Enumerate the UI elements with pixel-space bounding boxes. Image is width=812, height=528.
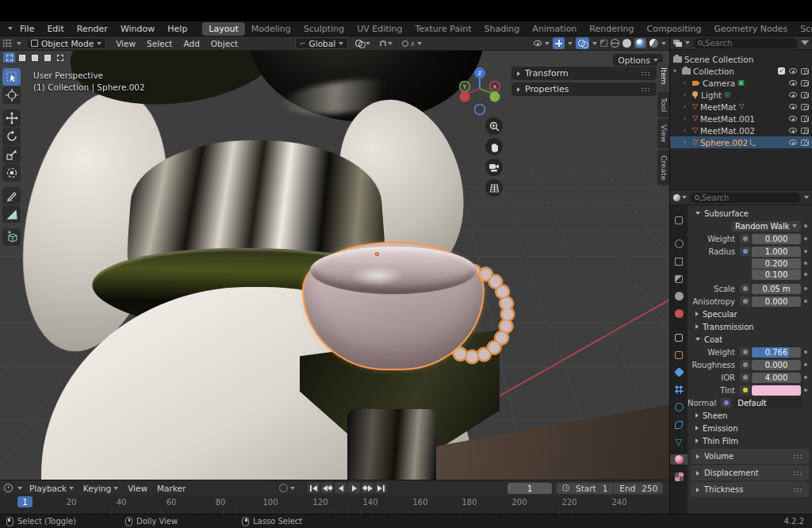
visibility-filter-icon[interactable] — [534, 40, 542, 46]
outliner-filter-icon[interactable] — [801, 40, 809, 45]
tab-object-data-icon[interactable]: ▽ — [674, 437, 684, 447]
tool-select-box[interactable] — [2, 68, 21, 86]
tool-add-cube[interactable] — [2, 228, 21, 246]
subsurface-radius-y-animate-dot[interactable] — [804, 262, 807, 265]
app-menu-caret-icon[interactable] — [8, 27, 13, 30]
tab-shading[interactable]: Shading — [478, 22, 527, 36]
menu-edit[interactable]: Edit — [41, 22, 69, 36]
tab-constraints-icon[interactable] — [674, 419, 684, 430]
transmission-section-header[interactable]: Transmission — [688, 320, 812, 333]
timeline-editor-caret-icon[interactable] — [17, 487, 22, 490]
displacement-panel-header[interactable]: Displacement — [691, 465, 809, 480]
anisotropy-field[interactable]: 0.000 — [752, 297, 801, 307]
collection-render-icon[interactable] — [801, 68, 809, 75]
editor-type-icon[interactable] — [3, 40, 12, 47]
camera-expand-icon[interactable]: › — [684, 79, 690, 86]
prev-keyframe-button[interactable] — [321, 483, 333, 493]
tab-collection-icon[interactable] — [674, 332, 684, 342]
menu-select[interactable]: Select — [142, 38, 177, 49]
coat-ior-decorator[interactable] — [740, 373, 750, 382]
sidebar-tab-tool[interactable]: Tool — [657, 92, 669, 117]
subsurface-radius-decorator[interactable] — [740, 247, 750, 256]
gizmo-x-neg[interactable] — [460, 92, 470, 102]
tab-tool-icon[interactable] — [674, 215, 684, 225]
properties-search-input[interactable] — [702, 193, 796, 202]
tab-modifiers-icon[interactable] — [674, 367, 684, 377]
displacement-grip-icon[interactable] — [793, 471, 803, 476]
end-frame-field[interactable]: End250 — [613, 483, 663, 494]
select-mode-intersect[interactable] — [54, 52, 66, 63]
outliner-row-sphere002[interactable]: › ▽ Sphere.002 — [670, 136, 812, 148]
playback-menu[interactable]: Playback — [27, 484, 76, 493]
sphere002-render-icon[interactable] — [801, 140, 809, 146]
coat-roughness-decorator[interactable] — [740, 360, 750, 369]
timeline-editor-icon[interactable] — [4, 484, 13, 492]
camera-view-button[interactable] — [485, 159, 503, 176]
auto-keying-icon[interactable] — [279, 484, 288, 492]
tab-render-icon[interactable] — [674, 239, 684, 249]
outliner-display-icon[interactable] — [673, 40, 682, 47]
gizmos-caret-icon[interactable] — [568, 42, 573, 45]
sheen-section-header[interactable]: Sheen — [688, 409, 812, 422]
tool-cursor[interactable] — [2, 86, 21, 104]
subsurface-weight-animate-dot[interactable] — [804, 237, 807, 240]
menu-object[interactable]: Object — [206, 38, 243, 49]
subsurface-radius-z-field[interactable]: 0.100 — [752, 270, 801, 280]
tab-scene-icon[interactable] — [674, 291, 684, 301]
editor-type-caret-icon[interactable] — [17, 42, 21, 45]
tab-world-icon[interactable] — [674, 308, 684, 319]
outliner-row-camera[interactable]: › Camera ▣ — [670, 77, 812, 89]
play-reverse-button[interactable] — [335, 483, 347, 493]
jump-to-start-button[interactable] — [308, 483, 320, 493]
perspective-toggle-button[interactable] — [485, 179, 503, 197]
playhead-badge[interactable]: 1 — [17, 496, 33, 507]
coat-ior-animate-dot[interactable] — [804, 376, 807, 379]
tab-layout[interactable]: Layout — [202, 22, 244, 36]
shading-rendered-icon[interactable] — [649, 39, 658, 48]
menu-file[interactable]: File — [14, 22, 40, 36]
snap-toggle[interactable] — [377, 37, 395, 49]
coat-tint-color-swatch[interactable] — [752, 385, 801, 396]
anisotropy-animate-dot[interactable] — [804, 300, 807, 303]
tool-annotate[interactable] — [2, 187, 21, 205]
thin-film-section-header[interactable]: Thin Film — [688, 434, 812, 447]
overlays-caret-icon[interactable] — [592, 42, 597, 45]
light-expand-icon[interactable]: › — [684, 91, 690, 98]
camera-eye-icon[interactable] — [789, 80, 797, 86]
tool-transform[interactable] — [2, 164, 21, 182]
tab-geometry-nodes[interactable]: Geometry Nodes — [707, 22, 794, 36]
meetmat-render-icon[interactable] — [801, 104, 809, 110]
emission-section-header[interactable]: Emission — [688, 422, 812, 434]
subsurface-radius-x-animate-dot[interactable] — [804, 250, 807, 253]
collection-eye-icon[interactable] — [789, 68, 797, 74]
proportional-edit-toggle[interactable]: ∧ — [400, 37, 424, 49]
collection-expand-icon[interactable]: ▾ — [673, 67, 680, 75]
select-mode-extend[interactable] — [16, 52, 28, 63]
coat-weight-decorator[interactable] — [740, 347, 750, 357]
tab-particles-icon[interactable] — [674, 385, 684, 395]
camera-render-icon[interactable] — [801, 80, 809, 86]
meetmat-eye-icon[interactable] — [789, 104, 797, 109]
outliner-row-meetmat002[interactable]: › ▽ MeetMat.002 — [670, 124, 812, 136]
current-frame-field[interactable]: 1 — [508, 483, 552, 494]
tab-texture-icon[interactable] — [674, 472, 684, 482]
select-mode-invert[interactable] — [41, 52, 53, 63]
meetmat002-eye-icon[interactable] — [789, 128, 797, 133]
tool-rotate[interactable] — [2, 128, 21, 145]
gizmos-toggle[interactable] — [553, 37, 565, 49]
tab-scripting[interactable]: Scripting — [794, 22, 812, 36]
subsurface-method-animate-dot[interactable] — [804, 224, 807, 228]
marker-menu[interactable]: Marker — [155, 484, 188, 493]
view-menu[interactable]: View — [125, 484, 150, 493]
tab-view-layer-icon[interactable] — [674, 274, 684, 284]
zoom-button[interactable] — [485, 117, 503, 135]
tab-texture-paint[interactable]: Texture Paint — [409, 22, 478, 36]
overlays-toggle[interactable] — [576, 37, 589, 49]
coat-roughness-field[interactable]: 0.000 — [752, 360, 801, 370]
jump-to-end-button[interactable] — [375, 483, 387, 493]
menu-add[interactable]: Add — [178, 38, 204, 49]
menu-render[interactable]: Render — [71, 22, 113, 36]
tab-modeling[interactable]: Modeling — [245, 22, 297, 36]
coat-weight-field[interactable]: 0.766 — [752, 347, 801, 358]
pan-button[interactable] — [485, 138, 503, 155]
